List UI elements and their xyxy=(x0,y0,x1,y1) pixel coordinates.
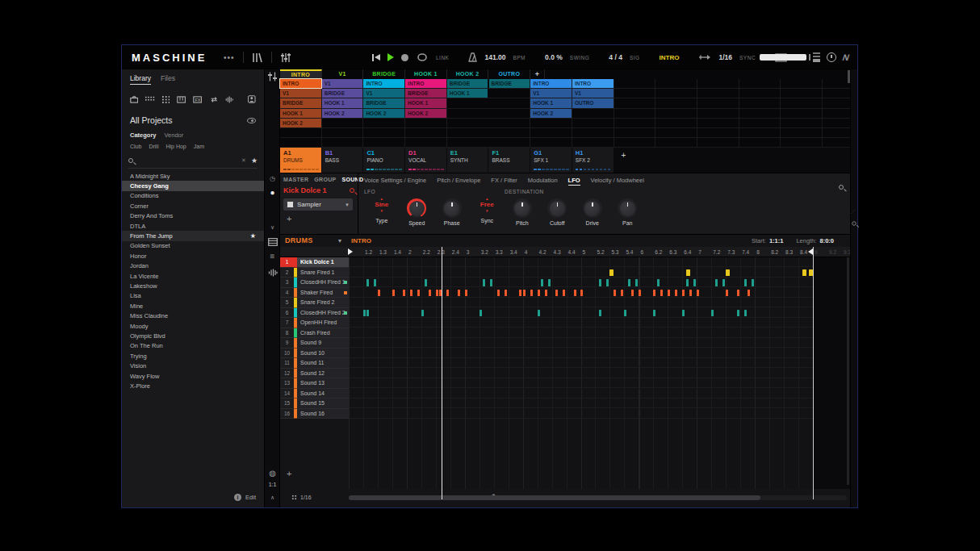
note-event[interactable] xyxy=(483,279,485,286)
note-event[interactable] xyxy=(675,290,677,297)
note-event[interactable] xyxy=(417,290,420,297)
tag-drill[interactable]: Drill xyxy=(149,144,158,149)
note-event[interactable] xyxy=(541,279,543,286)
sound-row-9[interactable]: 9Sound 9 xyxy=(280,338,349,349)
pattern-cell-bridge[interactable]: BRIDGE xyxy=(280,98,321,107)
note-event[interactable] xyxy=(374,279,376,286)
list-view-icon[interactable]: ≡ xyxy=(265,252,280,261)
sound-row-2[interactable]: 2Snare Fired 1 xyxy=(280,268,349,278)
note-event[interactable] xyxy=(505,290,507,297)
note-event[interactable] xyxy=(802,269,806,277)
sound-row-16[interactable]: 16Sound 16 xyxy=(280,409,349,420)
note-event[interactable] xyxy=(378,290,380,297)
engine-selector[interactable]: Sampler ▼ xyxy=(283,198,353,211)
tag-hip-hop[interactable]: Hip Hop xyxy=(165,144,186,149)
tab-group[interactable]: GROUP xyxy=(314,177,336,182)
mixer-icon[interactable] xyxy=(280,52,291,63)
note-event[interactable] xyxy=(421,310,424,317)
pattern-cell-hook-2[interactable]: HOOK 2 xyxy=(405,109,446,118)
page-tab-fx-filter[interactable]: FX / Filter xyxy=(491,177,517,186)
note-event[interactable] xyxy=(392,290,395,297)
edit-button[interactable]: Edit xyxy=(245,494,256,501)
overflow-menu-icon[interactable]: ••• xyxy=(224,53,235,62)
note-event[interactable] xyxy=(425,279,427,286)
sound-row-7[interactable]: 7OpenHH Fired xyxy=(280,318,349,328)
swing-value[interactable]: 0.0 % xyxy=(545,53,563,61)
knob-phase[interactable] xyxy=(442,198,462,218)
note-event[interactable] xyxy=(410,290,413,297)
note-event[interactable] xyxy=(497,290,500,297)
loops-icon[interactable] xyxy=(210,95,218,104)
sound-row-5[interactable]: 5Snare Fired 2 xyxy=(280,298,349,308)
page-tab-velocity-modwheel[interactable]: Velocity / Modwheel xyxy=(591,177,644,186)
pattern-cell-bridge[interactable]: BRIDGE xyxy=(489,79,530,88)
note-event[interactable] xyxy=(668,290,670,297)
project-item[interactable]: Lakeshow xyxy=(122,281,264,290)
project-item[interactable]: Golden Sunset xyxy=(122,241,264,251)
project-item[interactable]: DTLA xyxy=(122,221,264,231)
tab-master[interactable]: MASTER xyxy=(283,177,308,182)
info-icon[interactable]: i xyxy=(234,494,241,501)
note-event[interactable] xyxy=(693,279,696,286)
note-event[interactable] xyxy=(682,310,685,317)
group-h1[interactable]: H1SFX 2 xyxy=(572,148,614,173)
follow-icon[interactable] xyxy=(698,54,711,61)
param-cutoff[interactable]: Cutoff xyxy=(540,197,576,226)
note-event[interactable] xyxy=(726,290,728,297)
clear-search-icon[interactable]: ✕ xyxy=(241,157,246,164)
pattern-cell-hook-2[interactable]: HOOK 2 xyxy=(363,109,404,118)
automation-clock-icon[interactable]: ◷ xyxy=(265,175,280,182)
sound-row-1[interactable]: 1Kick Dolce 1 xyxy=(280,257,349,268)
group-c1[interactable]: C1PIANO xyxy=(363,148,404,173)
tab-library[interactable]: Library xyxy=(130,74,151,85)
note-event[interactable] xyxy=(744,310,747,317)
knob-pitch[interactable] xyxy=(513,198,532,218)
group-e1[interactable]: E1SYNTH xyxy=(447,148,488,173)
add-group-button[interactable]: + xyxy=(614,148,630,173)
note-event[interactable] xyxy=(635,279,638,286)
pattern-cell-v1[interactable]: V1 xyxy=(322,79,363,88)
note-event[interactable] xyxy=(682,290,685,297)
note-event[interactable] xyxy=(722,279,725,286)
project-item[interactable]: From The Jump★ xyxy=(122,231,264,240)
note-event[interactable] xyxy=(737,310,739,317)
note-event[interactable] xyxy=(403,290,405,297)
search-plugin-icon[interactable] xyxy=(839,185,844,190)
page-tab-pitch-envelope[interactable]: Pitch / Envelope xyxy=(437,177,480,186)
scene-tab-intro[interactable]: INTRO xyxy=(280,69,322,79)
project-item[interactable]: Trying xyxy=(122,351,264,361)
add-plugin-button[interactable]: + xyxy=(287,214,291,223)
sound-row-14[interactable]: 14Sound 14 xyxy=(280,389,349,399)
note-event[interactable] xyxy=(748,290,750,297)
note-event[interactable] xyxy=(689,290,692,297)
scene-tab-hook-2[interactable]: HOOK 2 xyxy=(447,69,489,79)
group-f1[interactable]: F1BRASS xyxy=(488,148,530,173)
collapse-control-lane-icon[interactable]: ∨ xyxy=(265,224,280,231)
project-item[interactable]: X-Plore xyxy=(122,381,264,390)
project-item[interactable]: Wavy Flow xyxy=(122,371,264,381)
note-event[interactable] xyxy=(609,269,614,277)
pattern-cell-intro[interactable]: INTRO xyxy=(280,79,321,88)
sound-row-13[interactable]: 13Sound 13 xyxy=(280,378,349,389)
note-event[interactable] xyxy=(726,269,730,277)
quick-browse-icon[interactable] xyxy=(350,188,354,193)
project-item[interactable]: Vision xyxy=(122,361,264,370)
note-event[interactable] xyxy=(366,279,369,286)
pattern-cell-hook-2[interactable]: HOOK 2 xyxy=(530,109,572,118)
page-tab-lfo[interactable]: LFO xyxy=(568,177,580,186)
note-event[interactable] xyxy=(660,290,663,297)
metronome-icon[interactable] xyxy=(468,52,477,62)
zoom-search-icon[interactable] xyxy=(852,221,856,225)
sound-row-12[interactable]: 12Sound 12 xyxy=(280,369,349,379)
note-event[interactable] xyxy=(366,310,369,317)
step-size-selector[interactable]: 1/16 xyxy=(291,495,312,500)
perform-fx-icon[interactable]: ● xyxy=(265,188,280,197)
project-item[interactable]: Moody xyxy=(122,321,264,331)
arranger-toggle-icon[interactable] xyxy=(265,72,280,81)
pattern-cell-hook-2[interactable]: HOOK 2 xyxy=(322,109,363,118)
editor-group-selector[interactable]: DRUMS▼ xyxy=(285,236,343,244)
project-item[interactable]: La Vicente xyxy=(122,271,264,281)
note-event[interactable] xyxy=(599,310,601,317)
note-event[interactable] xyxy=(686,279,689,286)
project-item[interactable]: Lisa xyxy=(122,291,264,301)
